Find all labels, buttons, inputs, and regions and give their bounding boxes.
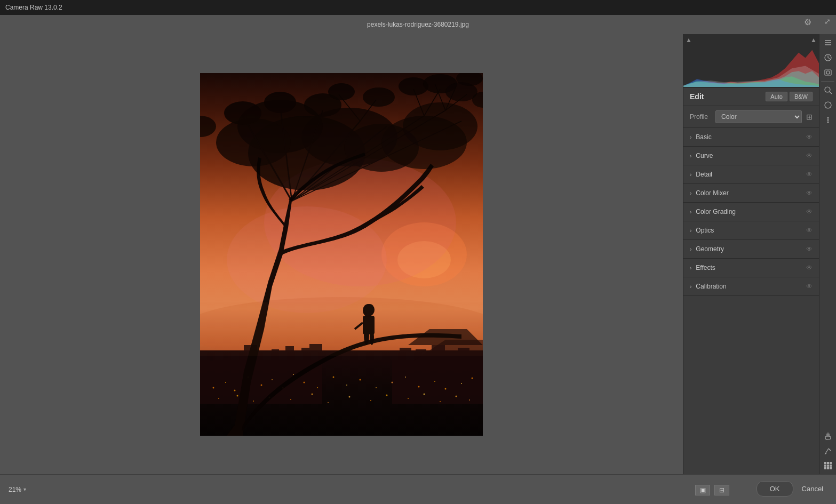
chevron-icon-effects: › — [690, 265, 691, 271]
svg-point-34 — [225, 382, 226, 383]
svg-point-41 — [304, 381, 305, 383]
svg-point-54 — [218, 398, 219, 399]
split-view-button[interactable]: ⊟ — [714, 485, 729, 495]
section-header-calibration[interactable]: › Calibration 👁 — [683, 277, 819, 295]
app-title: Camera Raw 13.0.2 — [5, 4, 62, 11]
eye-icon-color-grading[interactable]: 👁 — [806, 208, 813, 215]
svg-point-48 — [405, 377, 406, 378]
svg-point-75 — [216, 118, 291, 166]
profile-grid-icon[interactable]: ⊞ — [806, 113, 813, 121]
split-view-icon: ⊟ — [719, 486, 724, 494]
settings-icon[interactable]: ⚙ — [804, 17, 811, 27]
svg-line-124 — [826, 449, 829, 453]
section-header-detail[interactable]: › Detail 👁 — [683, 165, 819, 183]
section-header-geometry[interactable]: › Geometry 👁 — [683, 240, 819, 258]
zoom-value: 21% — [9, 486, 21, 493]
section-left-detail: › Detail — [690, 171, 712, 178]
svg-point-33 — [213, 387, 214, 388]
eye-icon-calibration[interactable]: 👁 — [806, 283, 813, 290]
auto-button[interactable]: Auto — [766, 92, 787, 101]
eye-icon-effects[interactable]: 👁 — [806, 264, 813, 271]
zoom-tool[interactable] — [822, 84, 834, 97]
svg-point-61 — [349, 396, 351, 397]
section-color-grading[interactable]: › Color Grading 👁 — [683, 203, 819, 221]
eye-icon-optics[interactable]: 👁 — [806, 227, 813, 234]
svg-rect-32 — [474, 356, 483, 404]
action-buttons: OK Cancel — [757, 481, 836, 497]
expand-icon[interactable]: ⤢ — [824, 17, 831, 26]
eyedropper-tool[interactable] — [822, 444, 834, 457]
section-header-basic[interactable]: › Basic 👁 — [683, 128, 819, 146]
grid-tool[interactable] — [822, 459, 834, 472]
eye-icon-detail[interactable]: 👁 — [806, 171, 813, 178]
section-effects[interactable]: › Effects 👁 — [683, 259, 819, 277]
right-side-toolbar — [819, 34, 836, 474]
section-label-detail: Detail — [696, 171, 712, 178]
cancel-button[interactable]: Cancel — [798, 482, 827, 496]
histogram: ▲ ▲ — [683, 34, 819, 87]
section-color-mixer[interactable]: › Color Mixer 👁 — [683, 184, 819, 203]
hand-tool[interactable] — [822, 429, 834, 442]
svg-point-67 — [456, 395, 457, 397]
svg-point-42 — [317, 387, 318, 388]
ok-button[interactable]: OK — [757, 481, 793, 497]
eye-icon-color-mixer[interactable]: 👁 — [806, 189, 813, 197]
section-geometry[interactable]: › Geometry 👁 — [683, 240, 819, 259]
chevron-icon-calibration: › — [690, 284, 691, 290]
eye-icon-geometry[interactable]: 👁 — [806, 245, 813, 253]
section-optics[interactable]: › Optics 👁 — [683, 221, 819, 240]
edit-sections: › Basic 👁 › Curve 👁 › Detail 👁 — [683, 128, 819, 296]
single-view-icon: ▣ — [700, 486, 706, 494]
svg-point-60 — [328, 402, 329, 403]
filename-label: pexels-lukas-rodriguez-3680219.jpg — [367, 21, 469, 28]
profile-select[interactable]: Color — [715, 110, 802, 123]
svg-point-64 — [408, 398, 409, 399]
snapshots-tool[interactable] — [822, 66, 834, 79]
view-controls: ▣ ⊟ — [695, 485, 729, 495]
svg-point-116 — [826, 71, 830, 74]
main-content: ▲ ▲ Edit Auto B&W Profile Color ⊞ — [0, 34, 836, 474]
photo-background — [200, 73, 483, 436]
svg-point-46 — [376, 387, 377, 388]
chevron-icon-curve: › — [690, 153, 691, 159]
svg-point-49 — [418, 386, 420, 387]
svg-point-62 — [370, 400, 371, 401]
svg-point-56 — [253, 401, 254, 402]
more-options-icon[interactable] — [822, 114, 834, 126]
svg-point-55 — [237, 395, 238, 396]
section-basic[interactable]: › Basic 👁 — [683, 128, 819, 147]
svg-point-119 — [825, 102, 831, 108]
svg-point-121 — [827, 119, 829, 121]
section-header-color-mixer[interactable]: › Color Mixer 👁 — [683, 184, 819, 202]
svg-point-37 — [261, 384, 262, 386]
single-view-button[interactable]: ▣ — [695, 485, 710, 495]
section-label-optics: Optics — [696, 227, 714, 234]
section-header-curve[interactable]: › Curve 👁 — [683, 147, 819, 165]
svg-line-118 — [830, 92, 832, 94]
section-curve[interactable]: › Curve 👁 — [683, 147, 819, 165]
svg-point-43 — [333, 376, 335, 378]
history-tool[interactable] — [822, 51, 834, 64]
section-left-calibration: › Calibration — [690, 283, 727, 290]
section-header-optics[interactable]: › Optics 👁 — [683, 221, 819, 239]
eye-icon-curve[interactable]: 👁 — [806, 152, 813, 159]
filenamebar: pexels-lukas-rodriguez-3680219.jpg ⚙ ⤢ — [0, 15, 836, 34]
section-header-effects[interactable]: › Effects 👁 — [683, 259, 819, 277]
chevron-icon-basic: › — [690, 134, 691, 140]
toolbar-separator-1 — [821, 81, 834, 82]
histogram-clip-right-icon[interactable]: ▲ — [810, 36, 817, 44]
bw-button[interactable]: B&W — [790, 92, 813, 101]
zoom-chevron-icon[interactable]: ▾ — [23, 486, 26, 492]
section-header-color-grading[interactable]: › Color Grading 👁 — [683, 203, 819, 221]
circle-tool[interactable] — [822, 99, 834, 111]
edit-presets-tool[interactable] — [822, 36, 834, 49]
section-label-calibration: Calibration — [696, 283, 726, 290]
svg-point-65 — [424, 393, 425, 395]
eye-icon-basic[interactable]: 👁 — [806, 133, 813, 141]
svg-point-93 — [224, 101, 261, 125]
section-detail[interactable]: › Detail 👁 — [683, 165, 819, 184]
svg-point-117 — [825, 87, 830, 92]
histogram-clip-left-icon[interactable]: ▲ — [686, 36, 692, 44]
section-calibration[interactable]: › Calibration 👁 — [683, 277, 819, 296]
svg-point-53 — [472, 377, 473, 379]
